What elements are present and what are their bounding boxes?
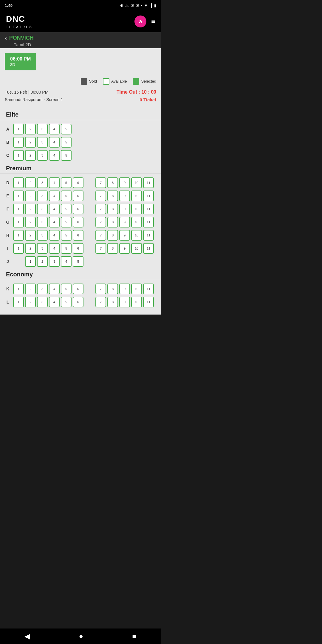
seat[interactable]: 3 xyxy=(37,243,48,254)
seat[interactable]: 5 xyxy=(61,150,72,161)
seat[interactable]: 2 xyxy=(25,230,36,241)
seat[interactable]: 9 xyxy=(119,204,130,214)
seat[interactable]: 3 xyxy=(37,124,48,134)
seat[interactable]: 1 xyxy=(13,204,24,214)
seat[interactable]: 4 xyxy=(49,204,60,214)
seat[interactable]: 5 xyxy=(61,217,72,227)
seat[interactable]: 2 xyxy=(25,243,36,254)
time-slot-button[interactable]: 06:00 PM 2D xyxy=(5,53,36,70)
seat[interactable]: 5 xyxy=(61,230,72,241)
seat[interactable]: 8 xyxy=(107,230,118,241)
seat[interactable]: 7 xyxy=(95,204,106,214)
seat[interactable]: 6 xyxy=(73,243,83,254)
seat[interactable]: 7 xyxy=(95,284,106,294)
seat[interactable]: 4 xyxy=(49,150,60,161)
seat[interactable]: 9 xyxy=(119,217,130,227)
seat[interactable]: 8 xyxy=(107,297,118,307)
seat[interactable]: 3 xyxy=(37,204,48,214)
seat[interactable]: 5 xyxy=(61,243,72,254)
seat[interactable]: 4 xyxy=(49,137,60,148)
seat[interactable]: 8 xyxy=(107,191,118,201)
seat[interactable]: 10 xyxy=(131,177,142,188)
seat[interactable]: 8 xyxy=(107,243,118,254)
seat[interactable]: 11 xyxy=(143,217,154,227)
seat[interactable]: 3 xyxy=(37,137,48,148)
seat[interactable]: 5 xyxy=(61,124,72,134)
seat[interactable]: 1 xyxy=(13,124,24,134)
seat[interactable]: 3 xyxy=(37,217,48,227)
seat[interactable]: 3 xyxy=(37,177,48,188)
seat[interactable]: 1 xyxy=(25,256,36,267)
seat[interactable]: 2 xyxy=(25,137,36,148)
seat[interactable]: 8 xyxy=(107,217,118,227)
seat[interactable]: 9 xyxy=(119,297,130,307)
seat[interactable]: 1 xyxy=(13,150,24,161)
seat[interactable]: 3 xyxy=(37,297,48,307)
seat[interactable]: 10 xyxy=(131,217,142,227)
seat[interactable]: 7 xyxy=(95,191,106,201)
seat[interactable]: 2 xyxy=(25,177,36,188)
seat[interactable]: 1 xyxy=(13,177,24,188)
seat[interactable]: 10 xyxy=(131,204,142,214)
seat[interactable]: 1 xyxy=(13,297,24,307)
seat[interactable]: 9 xyxy=(119,177,130,188)
seat[interactable]: 4 xyxy=(49,297,60,307)
seat[interactable]: 6 xyxy=(73,297,83,307)
seat[interactable]: 1 xyxy=(13,230,24,241)
seat[interactable]: 7 xyxy=(95,297,106,307)
menu-icon[interactable]: ≡ xyxy=(151,18,155,25)
seat[interactable]: 5 xyxy=(61,297,72,307)
seat[interactable]: 4 xyxy=(49,191,60,201)
seat[interactable]: 4 xyxy=(49,243,60,254)
seat[interactable]: 10 xyxy=(131,284,142,294)
seat[interactable]: 2 xyxy=(25,297,36,307)
seat[interactable]: 6 xyxy=(73,217,83,227)
seat[interactable]: 3 xyxy=(37,191,48,201)
seat[interactable]: 1 xyxy=(13,284,24,294)
seat[interactable]: 5 xyxy=(61,137,72,148)
seat[interactable]: 9 xyxy=(119,243,130,254)
seat[interactable]: 2 xyxy=(25,284,36,294)
seat[interactable]: 7 xyxy=(95,177,106,188)
seat[interactable]: 5 xyxy=(61,191,72,201)
seat[interactable]: 8 xyxy=(107,284,118,294)
seat[interactable]: 6 xyxy=(73,204,83,214)
seat[interactable]: 10 xyxy=(131,297,142,307)
seat[interactable]: 2 xyxy=(25,124,36,134)
seat[interactable]: 7 xyxy=(95,230,106,241)
seat[interactable]: 10 xyxy=(131,243,142,254)
seat[interactable]: 11 xyxy=(143,204,154,214)
seat[interactable]: 4 xyxy=(49,217,60,227)
seat[interactable]: 4 xyxy=(49,177,60,188)
seat[interactable]: 2 xyxy=(25,217,36,227)
seat[interactable]: 11 xyxy=(143,243,154,254)
seat[interactable]: 11 xyxy=(143,230,154,241)
seat[interactable]: 7 xyxy=(95,217,106,227)
seat[interactable]: 4 xyxy=(49,284,60,294)
seat[interactable]: 1 xyxy=(13,191,24,201)
seat[interactable]: 3 xyxy=(37,150,48,161)
seat[interactable]: 5 xyxy=(73,256,83,267)
seat[interactable]: 10 xyxy=(131,230,142,241)
seat[interactable]: 6 xyxy=(73,191,83,201)
seat[interactable]: 6 xyxy=(73,177,83,188)
seat[interactable]: 2 xyxy=(25,204,36,214)
seat[interactable]: 4 xyxy=(61,256,72,267)
seat[interactable]: 7 xyxy=(95,243,106,254)
seat[interactable]: 1 xyxy=(13,137,24,148)
seat[interactable]: 3 xyxy=(49,256,60,267)
seat[interactable]: 3 xyxy=(37,230,48,241)
seat[interactable]: 4 xyxy=(49,124,60,134)
seat[interactable]: 6 xyxy=(73,284,83,294)
seat[interactable]: 5 xyxy=(61,177,72,188)
back-button[interactable]: ‹ xyxy=(5,35,7,41)
seat[interactable]: 2 xyxy=(25,150,36,161)
seat[interactable]: 1 xyxy=(13,243,24,254)
seat[interactable]: 4 xyxy=(49,230,60,241)
seat[interactable]: 11 xyxy=(143,284,154,294)
seat[interactable]: 1 xyxy=(13,217,24,227)
seat[interactable]: 11 xyxy=(143,177,154,188)
seat[interactable]: 9 xyxy=(119,284,130,294)
seat[interactable]: 8 xyxy=(107,204,118,214)
seat[interactable]: 5 xyxy=(61,204,72,214)
